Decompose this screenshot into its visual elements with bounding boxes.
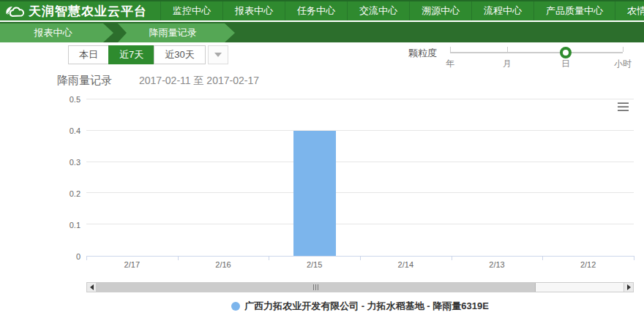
chart-title: 降雨量记录 [57,74,112,88]
legend-item[interactable]: 广西力拓农业开发有限公司 - 力拓水稻基地 - 降雨量6319E [231,300,489,313]
breadcrumb-item-report-center[interactable]: 报表中心 [0,23,113,42]
legend-series-marker-icon [231,302,240,311]
chevron-down-icon [214,53,222,57]
slider-tick-year [450,47,451,52]
nav-item-agri-news[interactable]: 农情资讯中心 [615,1,644,20]
y-axis-tick-label: 0 [76,252,80,261]
brand-logo[interactable]: 天润智慧农业云平台 [0,1,154,20]
brand-name: 天润智慧农业云平台 [29,3,147,20]
chart-horizontal-scrollbar [86,282,634,292]
gridline [86,224,634,224]
nav-menu: 监控中心 报表中心 任务中心 交流中心 溯源中心 流程中心 产品质量中心 农情资… [160,1,644,20]
legend-series-name: 广西力拓农业开发有限公司 - 力拓水稻基地 - 降雨量6319E [244,300,489,313]
nav-item-traceability[interactable]: 溯源中心 [409,1,471,20]
nav-item-report[interactable]: 报表中心 [222,1,285,20]
gridline [86,162,634,162]
gridline [86,99,634,99]
chart-date-range: 2017-02-11 至 2017-02-17 [139,75,259,88]
y-axis-tick-label: 0.5 [70,95,80,104]
nav-item-product-quality[interactable]: 产品质量中心 [533,1,615,20]
nav-item-task[interactable]: 任务中心 [285,1,347,20]
nav-item-monitor[interactable]: 监控中心 [160,1,222,20]
x-axis-tick-label: 2/13 [489,260,504,269]
y-axis-tick-label: 0.2 [70,189,80,198]
top-navbar: 天润智慧农业云平台 监控中心 报表中心 任务中心 交流中心 溯源中心 流程中心 … [0,0,644,20]
slider-tick-month [507,47,508,52]
slider-label-day[interactable]: 日 [561,58,570,70]
y-axis-tick-label: 0.1 [70,221,80,230]
right-arrow-icon [627,284,631,290]
period-button-group: 本日 近7天 近30天 [69,45,228,64]
x-axis-tick [634,256,634,260]
slider-label-hour[interactable]: 小时 [614,58,632,70]
today-button[interactable]: 本日 [68,45,109,64]
plot-area [86,99,634,257]
granularity-slider: 年 月 日 小时 [450,45,623,64]
scrollbar-left-arrow-button[interactable] [87,283,97,292]
x-axis-tick-label: 2/14 [398,260,413,269]
breadcrumb-item-rainfall-record[interactable]: 降雨量记录 [118,23,235,42]
granularity-label: 颗粒度 [408,47,437,60]
gridline [86,130,634,131]
page: 天润智慧农业云平台 监控中心 报表中心 任务中心 交流中心 溯源中心 流程中心 … [0,0,644,326]
x-axis-tick-label: 2/17 [124,260,140,269]
y-axis-tick-label: 0.3 [70,158,80,167]
x-axis-labels: 2/172/162/152/142/132/12 [86,260,634,272]
last-30-days-button[interactable]: 近30天 [154,45,205,64]
scrollbar-grip-icon [312,284,319,290]
x-axis-tick-label: 2/12 [580,260,596,269]
x-axis-tick-label: 2/16 [215,260,231,269]
slider-label-month[interactable]: 月 [503,58,512,70]
y-axis-labels: 00.10.20.30.40.5 [44,99,80,257]
y-axis-tick-label: 0.4 [70,126,80,135]
scrollbar-right-arrow-button[interactable] [624,283,633,292]
chart-export-menu-icon[interactable] [617,102,629,112]
slider-label-year[interactable]: 年 [446,58,454,70]
breadcrumb: 报表中心 降雨量记录 [0,22,644,42]
leaf-cloud-icon [4,4,25,18]
last-7-days-button[interactable]: 近7天 [108,45,154,64]
x-axis-tick-label: 2/15 [307,260,322,269]
scrollbar-thumb[interactable] [97,283,536,292]
chart-legend: 广西力拓农业开发有限公司 - 力拓水稻基地 - 降雨量6319E [86,300,634,314]
nav-item-process[interactable]: 流程中心 [471,1,533,20]
gridline [86,192,634,193]
nav-item-communication[interactable]: 交流中心 [347,1,409,20]
left-arrow-icon [90,284,94,290]
slider-labels: 年 月 日 小时 [450,56,623,67]
more-periods-dropdown-button[interactable] [208,45,228,64]
slider-track[interactable] [450,52,623,53]
bar-2/15[interactable] [293,131,336,256]
slider-tick-hour [623,47,624,52]
